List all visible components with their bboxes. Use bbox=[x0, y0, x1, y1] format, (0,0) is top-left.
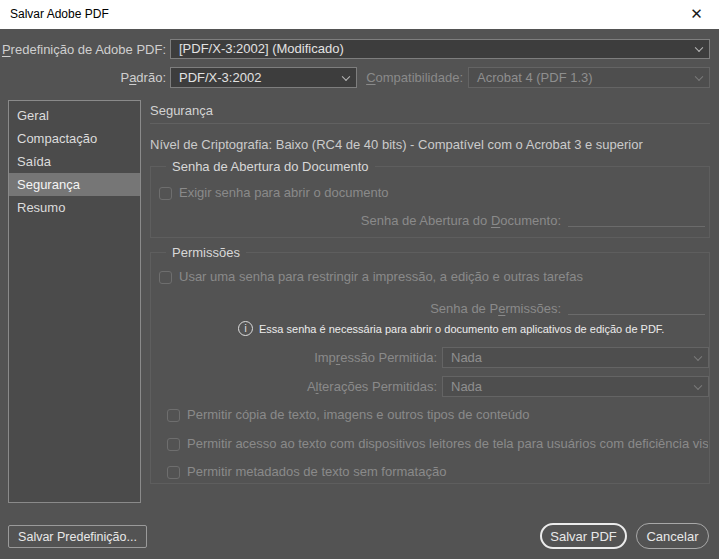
divider bbox=[150, 123, 710, 124]
page-title: Segurança bbox=[150, 103, 213, 119]
printing-allowed-value: Nada bbox=[451, 350, 482, 365]
sidebar-item-compactacao[interactable]: Compactação bbox=[9, 127, 140, 150]
require-password-checkbox-label: Exigir senha para abrir o documento bbox=[179, 184, 389, 202]
restrict-tasks-checkbox-label: Usar uma senha para restringir a impress… bbox=[179, 268, 583, 286]
chevron-down-icon bbox=[694, 381, 702, 389]
allow-screen-reader-checkbox-label: Permitir acesso ao texto com dispositivo… bbox=[187, 435, 708, 453]
changes-allowed-value: Nada bbox=[451, 379, 482, 394]
titlebar: Salvar Adobe PDF ✕ bbox=[0, 0, 719, 29]
close-icon: ✕ bbox=[690, 5, 703, 22]
allow-copy-checkbox[interactable] bbox=[167, 409, 180, 422]
group-title: Permissões bbox=[166, 245, 246, 261]
category-list: Geral Compactação Saída Segurança Resumo bbox=[8, 100, 141, 503]
group-title: Senha de Abertura do Documento bbox=[166, 159, 375, 175]
save-pdf-button[interactable]: Salvar PDF bbox=[540, 523, 627, 549]
chevron-down-icon bbox=[695, 44, 703, 52]
standard-dropdown-value: PDF/X-3:2002 bbox=[179, 70, 261, 85]
save-preset-button[interactable]: Salvar Predefinição... bbox=[8, 525, 147, 548]
chevron-down-icon bbox=[695, 72, 703, 80]
compatibility-label: Compatibilidade: bbox=[330, 68, 463, 88]
chevron-down-icon bbox=[694, 352, 702, 360]
allow-copy-checkbox-label: Permitir cópia de texto, imagens e outro… bbox=[187, 406, 530, 424]
allow-screen-reader-checkbox[interactable] bbox=[167, 438, 180, 451]
open-password-input[interactable] bbox=[568, 209, 705, 227]
sidebar-item-saida[interactable]: Saída bbox=[9, 150, 140, 173]
preset-dropdown[interactable]: [PDF/X-3:2002] (Modificado) bbox=[170, 39, 710, 59]
restrict-tasks-checkbox[interactable] bbox=[159, 271, 172, 284]
compatibility-dropdown[interactable]: Acrobat 4 (PDF 1.3) bbox=[468, 67, 710, 88]
permissions-password-label: Senha de Permissões: bbox=[201, 299, 561, 319]
save-adobe-pdf-dialog: Salvar Adobe PDF ✕ Predefinição de Adobe… bbox=[0, 0, 719, 559]
require-password-checkbox[interactable] bbox=[159, 187, 172, 200]
changes-allowed-label: Alterações Permitidas: bbox=[177, 376, 437, 397]
preset-label: Predefinição de Adobe PDF: bbox=[0, 40, 166, 59]
sidebar-item-seguranca[interactable]: Segurança bbox=[9, 173, 140, 196]
printing-allowed-label: Impressão Permitida: bbox=[177, 347, 437, 368]
allow-plaintext-metadata-checkbox[interactable] bbox=[167, 466, 180, 479]
sidebar-item-geral[interactable]: Geral bbox=[9, 104, 140, 127]
standard-dropdown[interactable]: PDF/X-3:2002 bbox=[170, 67, 357, 88]
printing-allowed-dropdown[interactable]: Nada bbox=[442, 347, 709, 368]
document-open-password-group: Senha de Abertura do Documento Exigir se… bbox=[150, 166, 710, 238]
encryption-level-text: Nível de Criptografia: Baixo (RC4 de 40 … bbox=[150, 137, 643, 153]
sidebar-item-resumo[interactable]: Resumo bbox=[9, 196, 140, 219]
preset-dropdown-value: [PDF/X-3:2002] (Modificado) bbox=[179, 41, 344, 56]
open-password-label: Senha de Abertura do Documento: bbox=[201, 211, 561, 231]
permissions-group: Permissões Usar uma senha para restringi… bbox=[150, 252, 710, 484]
cancel-button[interactable]: Cancelar bbox=[636, 523, 709, 549]
info-text: Essa senha é necessária para abrir o doc… bbox=[259, 322, 664, 336]
close-button[interactable]: ✕ bbox=[674, 0, 719, 29]
changes-allowed-dropdown[interactable]: Nada bbox=[442, 376, 709, 397]
dialog-title: Salvar Adobe PDF bbox=[10, 0, 109, 29]
allow-plaintext-metadata-checkbox-label: Permitir metadados de texto sem formataç… bbox=[187, 463, 446, 481]
standard-label: Padrão: bbox=[0, 68, 166, 88]
permissions-password-input[interactable] bbox=[568, 297, 705, 315]
compatibility-dropdown-value: Acrobat 4 (PDF 1.3) bbox=[477, 70, 593, 85]
info-icon: i bbox=[238, 321, 253, 336]
